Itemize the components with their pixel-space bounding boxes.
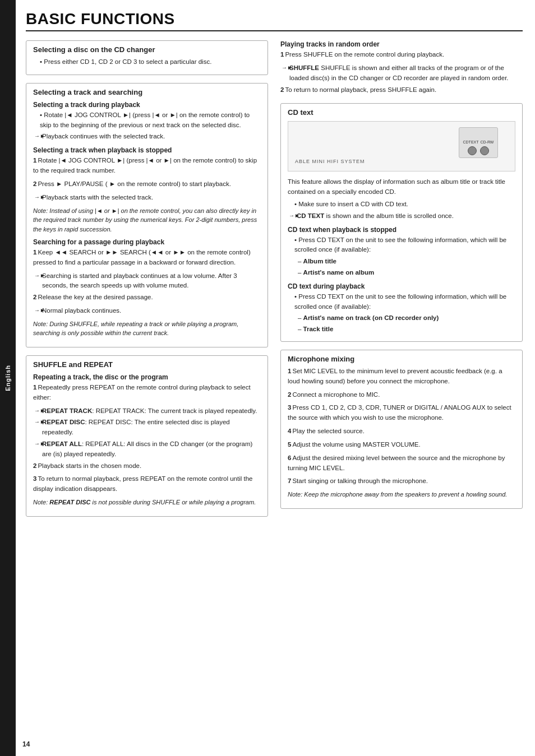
mic-step3: 3Press CD 1, CD 2, CD 3, CDR, TUNER or D…: [288, 403, 515, 423]
sub1-bullet: Rotate |◄ JOG CONTROL ►| (press |◄ or ►|…: [33, 110, 261, 131]
sub3-title: Searching for a passage during playback: [33, 238, 261, 246]
sub3-step2-arrow: Normal playback continues.: [33, 306, 261, 316]
two-col-layout: Selecting a disc on the CD changer Press…: [26, 40, 523, 525]
repeat-sub1-title: Repeating a track, the disc or the progr…: [33, 373, 261, 381]
disc-content: Press either CD 1, CD 2 or CD 3 to selec…: [33, 57, 261, 67]
cd-text-playback-dash2: Track title: [288, 324, 515, 335]
section-shuffle-repeat: SHUFFLE and REPEAT Repeating a track, th…: [26, 355, 268, 517]
random-order-title: Playing tracks in random order: [280, 40, 523, 48]
page-title: BASIC FUNCTIONS: [26, 10, 523, 31]
cd-text-stopped-title: CD text when playback is stopped: [288, 226, 515, 234]
repeat-step3: 3To return to normal playback, press REP…: [33, 474, 261, 494]
device-display-labels: CDTEXT CD-RW: [463, 140, 494, 144]
device-btn-1: [468, 146, 477, 155]
mic-step7: 7Start singing or talking through the mi…: [288, 476, 515, 486]
cd-text-image: ABLE MINI HIFI SYSTEM CDTEXT CD-RW: [288, 121, 515, 171]
track-search-title: Selecting a track and searching: [33, 88, 261, 96]
section-cd-text: CD text ABLE MINI HIFI SYSTEM CDTEXT CD-…: [280, 103, 523, 342]
repeat-arrow2: REPEAT DISC: REPEAT DISC: The entire sel…: [33, 418, 261, 438]
sub3-step1-arrow: Searching is started and playback contin…: [33, 271, 261, 291]
repeat-arrow3: REPEAT ALL: REPEAT ALL: All discs in the…: [33, 439, 261, 460]
sub1-arrow: Playback continues with the selected tra…: [33, 132, 261, 142]
cd-text-title: CD text: [288, 108, 515, 117]
sidebar: English: [0, 0, 16, 756]
cd-text-bullet: Make sure to insert a CD with CD text.: [288, 200, 515, 210]
mic-note: Note: Keep the microphone away from the …: [288, 490, 515, 499]
repeat-arrow1: REPEAT TRACK: REPEAT TRACK: The current …: [33, 406, 261, 416]
section-disc-title: Selecting a disc on the CD changer: [33, 45, 261, 54]
repeat-step2: 2Playback starts in the chosen mode.: [33, 461, 261, 471]
sub2-step2-arrow: Playback starts with the selected track.: [33, 193, 261, 203]
cd-text-img-inner: ABLE MINI HIFI SYSTEM CDTEXT CD-RW: [288, 122, 515, 171]
mic-step6: 6Adjust the desired mixing level between…: [288, 453, 515, 474]
sub3-note: Note: During SHUFFLE, while repeating a …: [33, 319, 261, 338]
device-buttons: [468, 146, 489, 155]
cd-text-playback-intro: Press CD TEXT on the unit to see the fol…: [288, 292, 515, 312]
sidebar-label: English: [4, 365, 11, 391]
mic-step4: 4Play the selected source.: [288, 426, 515, 437]
random-step2: 2To return to normal playback, press SHU…: [280, 85, 523, 95]
cd-text-description: This feature allows the display of infor…: [288, 177, 515, 197]
repeat-note: Note: REPEAT DISC is not possible during…: [33, 498, 261, 507]
shuffle-repeat-title: SHUFFLE and REPEAT: [33, 360, 261, 369]
section-selecting-disc: Selecting a disc on the CD changer Press…: [26, 40, 268, 75]
device-btn-2: [480, 146, 489, 155]
page-number: 14: [22, 740, 30, 748]
sub2-title: Selecting a track when playback is stopp…: [33, 146, 261, 154]
left-column: Selecting a disc on the CD changer Press…: [26, 40, 268, 525]
random-step1-arrow: SHUFFLE SHUFFLE is shown and either all …: [280, 63, 523, 84]
cd-text-bullet-arrow: CD TEXT is shown and the album title is …: [288, 211, 515, 221]
mic-step5: 5Adjust the volume using MASTER VOLUME.: [288, 440, 515, 450]
sub2-step1: 1Rotate |◄ JOG CONTROL ►| (press |◄ or ►…: [33, 156, 261, 176]
mic-mixing-title: Microphone mixing: [288, 355, 515, 363]
section-random-order: Playing tracks in random order 1Press SH…: [280, 40, 523, 95]
sub2-note: Note: Instead of using |◄ or ►| on the r…: [33, 206, 261, 234]
device-label: ABLE MINI HIFI SYSTEM: [295, 159, 365, 164]
cd-text-stopped-dash2: Artist's name on album: [288, 268, 515, 278]
mic-step1: 1Set MIC LEVEL to the minimum level to p…: [288, 367, 515, 387]
random-step1: 1Press SHUFFLE on the remote control dur…: [280, 50, 523, 60]
sub1-title: Selecting a track during playback: [33, 101, 261, 109]
right-column: Playing tracks in random order 1Press SH…: [280, 40, 523, 525]
main-content: BASIC FUNCTIONS Selecting a disc on the …: [16, 0, 535, 756]
section-track-search: Selecting a track and searching Selectin…: [26, 83, 268, 347]
sub3-step2: 2Release the key at the desired passage.: [33, 293, 261, 303]
sub2-step2: 2Press ► PLAY/PAUSE ( ► on the remote co…: [33, 179, 261, 189]
sub3-step1: 1Keep ◄◄ SEARCH or ►► SEARCH (◄◄ or ►► o…: [33, 248, 261, 268]
cd-text-stopped-intro: Press CD TEXT on the unit to see the fol…: [288, 235, 515, 256]
mic-step2: 2Connect a microphone to MIC.: [288, 390, 515, 400]
repeat-step1: 1Repeatedly press REPEAT on the remote c…: [33, 383, 261, 403]
device-display: CDTEXT CD-RW: [459, 127, 498, 158]
section-mic-mixing: Microphone mixing 1Set MIC LEVEL to the …: [280, 350, 523, 509]
cd-text-stopped-dash1: Album title: [288, 257, 515, 267]
cd-text-playback-dash1: Artist's name on track (on CD recorder o…: [288, 313, 515, 323]
cd-text-playback-title: CD text during playback: [288, 282, 515, 290]
